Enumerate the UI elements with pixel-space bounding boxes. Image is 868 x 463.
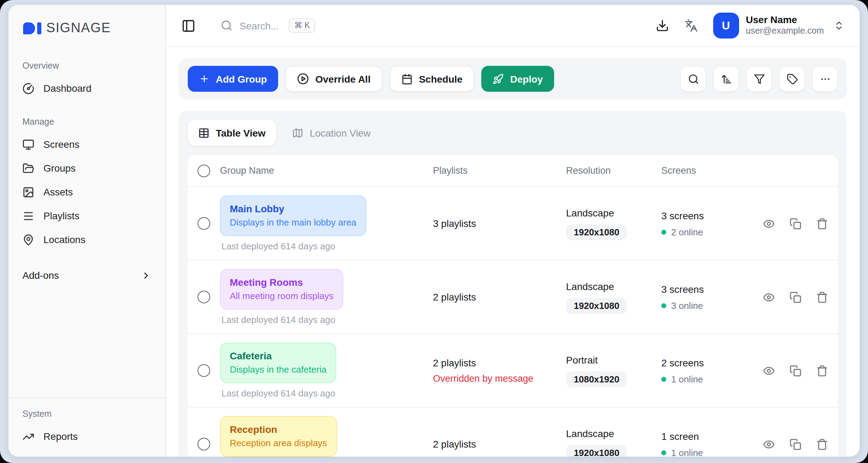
sidebar-toggle-button[interactable] xyxy=(181,19,195,33)
duplicate-button[interactable] xyxy=(790,217,801,229)
user-name: User Name xyxy=(746,14,824,26)
language-button[interactable] xyxy=(684,19,697,32)
screen: SIGNAGE Overview Dashboard Manage Screen… xyxy=(0,0,868,463)
resolution-badge: 1920x1080 xyxy=(566,444,627,457)
row-checkbox[interactable] xyxy=(198,291,210,303)
sidebar-item-addons[interactable]: Add-ons xyxy=(22,270,153,281)
column-header-playlists: Playlists xyxy=(433,165,566,176)
map-icon xyxy=(292,127,303,138)
online-status-dot xyxy=(661,229,666,234)
row-checkbox[interactable] xyxy=(198,438,210,450)
screens-count: 1 screen xyxy=(661,430,763,442)
add-group-button[interactable]: Add Group xyxy=(188,66,278,92)
orientation-label: Landscape xyxy=(566,428,661,439)
view-button[interactable] xyxy=(763,438,775,450)
last-deployed-text: Last deployed 614 days ago xyxy=(220,241,433,251)
delete-button[interactable] xyxy=(816,365,828,376)
online-count: 1 online xyxy=(671,447,703,457)
table-search-button[interactable] xyxy=(680,66,706,92)
user-email: user@example.com xyxy=(746,26,824,37)
groups-panel: Table View Location View Group Name xyxy=(179,111,847,457)
column-header-group-name: Group Name xyxy=(220,165,433,176)
override-all-button[interactable]: Override All xyxy=(285,66,383,92)
deploy-button[interactable]: Deploy xyxy=(481,66,554,92)
section-label-manage: Manage xyxy=(22,117,153,127)
list-icon xyxy=(22,210,34,222)
schedule-button[interactable]: Schedule xyxy=(390,66,475,92)
filter-button[interactable] xyxy=(746,66,772,92)
group-name-card[interactable]: Main Lobby Displays in the main lobby ar… xyxy=(220,195,366,236)
online-status-dot xyxy=(661,450,666,455)
group-name: Cafeteria xyxy=(230,350,326,363)
resolution-badge: 1080x1920 xyxy=(566,371,627,387)
playlists-count: 2 playlists xyxy=(433,438,566,450)
gauge-icon xyxy=(22,82,34,94)
sidebar-item-label: Reports xyxy=(43,431,78,442)
sidebar-item-label: Locations xyxy=(43,234,85,245)
group-name-card[interactable]: Cafeteria Displays in the cafeteria xyxy=(220,343,336,383)
sidebar: SIGNAGE Overview Dashboard Manage Screen… xyxy=(8,5,166,457)
delete-button[interactable] xyxy=(816,291,828,303)
delete-button[interactable] xyxy=(816,438,828,450)
addons-label: Add-ons xyxy=(22,270,59,281)
tab-location-view[interactable]: Location View xyxy=(282,120,381,146)
sidebar-item-groups[interactable]: Groups xyxy=(22,158,153,179)
view-button[interactable] xyxy=(763,217,775,229)
sidebar-item-assets[interactable]: Assets xyxy=(22,181,153,202)
orientation-label: Landscape xyxy=(566,207,661,218)
tab-table-view[interactable]: Table View xyxy=(188,120,276,146)
app-window: SIGNAGE Overview Dashboard Manage Screen… xyxy=(8,5,860,457)
map-pin-icon xyxy=(22,234,34,246)
user-menu[interactable]: U User Name user@example.com xyxy=(713,13,844,39)
search-placeholder: Search... xyxy=(240,20,279,31)
row-checkbox[interactable] xyxy=(198,364,210,377)
group-name-card[interactable]: Meeting Rooms All meeting room displays xyxy=(220,269,343,310)
calendar-icon xyxy=(401,73,413,84)
online-count: 1 online xyxy=(671,374,703,384)
actions-toolbar: Add Group Override All Sch xyxy=(179,58,847,99)
tag-button[interactable] xyxy=(779,66,805,92)
last-deployed-text: Last deployed 614 days ago xyxy=(220,315,433,325)
search-icon xyxy=(221,20,233,32)
app-logo: SIGNAGE xyxy=(22,20,153,36)
plus-icon xyxy=(199,74,209,84)
group-name-card[interactable]: Reception Reception area displays xyxy=(220,416,337,457)
table-row: Meeting Rooms All meeting room displays … xyxy=(188,261,838,334)
play-circle-icon xyxy=(297,73,309,85)
sidebar-item-locations[interactable]: Locations xyxy=(22,229,153,250)
view-button[interactable] xyxy=(763,365,775,376)
duplicate-button[interactable] xyxy=(790,365,801,376)
delete-button[interactable] xyxy=(816,217,828,229)
screens-count: 3 screens xyxy=(661,283,763,295)
sort-button[interactable] xyxy=(713,66,739,92)
groups-table: Group Name Playlists Resolution Screens … xyxy=(188,155,838,457)
table-header: Group Name Playlists Resolution Screens xyxy=(188,155,838,187)
chevrons-up-down-icon xyxy=(834,20,844,31)
group-description: All meeting room displays xyxy=(230,290,333,302)
duplicate-button[interactable] xyxy=(790,438,801,450)
view-button[interactable] xyxy=(763,291,775,303)
download-button[interactable] xyxy=(655,19,669,32)
group-description: Displays in the cafeteria xyxy=(230,363,326,376)
view-tabs: Table View Location View xyxy=(188,120,838,146)
select-all-checkbox[interactable] xyxy=(198,164,210,177)
search-input[interactable]: Search... ⌘ K xyxy=(221,18,316,33)
sidebar-item-dashboard[interactable]: Dashboard xyxy=(22,78,153,99)
rocket-icon xyxy=(492,73,504,84)
row-checkbox[interactable] xyxy=(198,217,210,230)
duplicate-button[interactable] xyxy=(790,291,801,303)
playlists-count: 2 playlists xyxy=(433,357,566,368)
sidebar-item-label: Assets xyxy=(43,186,73,198)
sidebar-item-reports[interactable]: Reports xyxy=(22,426,153,447)
topbar: Search... ⌘ K U User Name user@example xyxy=(166,5,860,47)
chevron-right-icon xyxy=(141,270,151,281)
folder-open-icon xyxy=(22,162,34,174)
override-note: Overridden by message xyxy=(433,373,566,384)
playlists-count: 3 playlists xyxy=(433,218,566,229)
more-button[interactable] xyxy=(812,66,838,92)
sidebar-item-playlists[interactable]: Playlists xyxy=(22,205,153,226)
pisignage-logo-icon xyxy=(23,22,41,34)
screens-count: 3 screens xyxy=(661,210,763,221)
group-name: Main Lobby xyxy=(230,202,356,216)
sidebar-item-screens[interactable]: Screens xyxy=(22,134,153,155)
